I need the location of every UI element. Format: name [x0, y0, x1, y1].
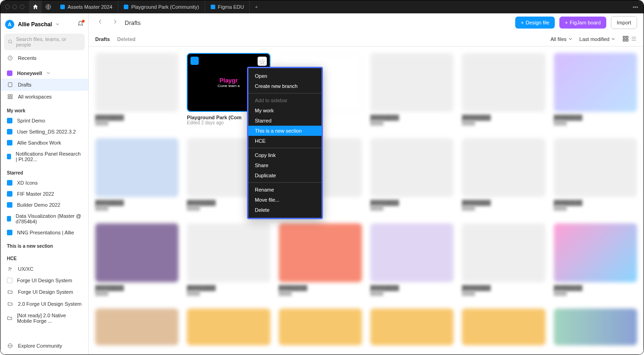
chevron-down-icon — [46, 71, 50, 75]
sidebar-item[interactable]: Data Visualization (Master @ d7854b4) — [0, 210, 88, 227]
svg-point-11 — [9, 268, 10, 269]
search-input[interactable]: Search files, teams, or people — [4, 34, 85, 50]
sidebar-label: Honeywell — [17, 70, 42, 76]
new-tab-button[interactable]: + — [250, 0, 263, 13]
sidebar-item[interactable]: 2.0 Forge UI Design System — [0, 298, 88, 310]
sidebar-item[interactable]: UX/XC — [0, 263, 88, 275]
sidebar-label: Forge UI Design System — [18, 289, 73, 295]
sidebar-item[interactable]: Forge UI Design System — [0, 275, 88, 286]
import-button[interactable]: Import — [611, 16, 637, 29]
sidebar-item[interactable]: [Not ready] 2.0 Native Mobile Forge ... — [0, 310, 88, 326]
section-new: This is a new section — [0, 238, 88, 250]
sidebar-label: All workspaces — [18, 94, 52, 99]
svg-rect-10 — [11, 97, 12, 99]
file-grid: ████████████ ☆ Playgr Come learn a Playg… — [89, 47, 644, 355]
tab-deleted[interactable]: Deleted — [117, 36, 136, 42]
drafts-icon — [7, 81, 13, 88]
user-menu[interactable]: A Allie Paschal — [0, 17, 88, 32]
community-tab[interactable] — [42, 0, 55, 13]
new-figjam-button[interactable]: +FigJam board — [559, 17, 606, 29]
section-hce: HCE — [0, 250, 88, 263]
context-menu: Open Create new branch Add to sidebar My… — [247, 67, 323, 219]
sidebar-item[interactable]: NNG Presentations | Allie — [0, 227, 88, 238]
svg-rect-7 — [8, 95, 10, 97]
menu-delete[interactable]: Delete — [248, 205, 322, 215]
home-tab[interactable] — [29, 0, 42, 13]
sidebar-recents[interactable]: Recents — [0, 52, 88, 64]
svg-point-12 — [11, 268, 12, 269]
sidebar-item[interactable]: FIF Master 2022 — [0, 188, 88, 199]
filter-label: All files — [551, 36, 567, 42]
sidebar-item[interactable]: User Setting_DS 2022.3.2 — [0, 126, 88, 137]
sidebar-item[interactable]: Allie Sandbox Work — [0, 137, 88, 148]
sidebar-item[interactable]: Builder Demo 2022 — [0, 199, 88, 210]
sidebar-drafts[interactable]: Drafts — [0, 79, 88, 91]
svg-rect-6 — [8, 83, 12, 87]
button-label: Design file — [526, 20, 549, 25]
menu-starred[interactable]: Starred — [248, 116, 322, 126]
sidebar-org[interactable]: Honeywell — [0, 68, 88, 79]
sidebar-item[interactable]: XD Icons — [0, 177, 88, 188]
filter-label: Last modified — [580, 36, 610, 42]
menu-new-section[interactable]: This is a new section — [248, 126, 322, 136]
chevron-down-icon — [56, 23, 59, 26]
favorite-button[interactable]: ☆ — [258, 57, 267, 66]
explore-community[interactable]: Explore Community — [0, 340, 88, 352]
list-view-button[interactable] — [631, 35, 637, 43]
sidebar-label: XD Icons — [17, 180, 38, 186]
tab-playground-park[interactable]: Playground Park (Community) — [118, 0, 205, 13]
menu-hce[interactable]: HCE — [248, 136, 322, 146]
home-icon — [32, 4, 39, 10]
sidebar-label: 2.0 Forge UI Design System — [18, 301, 81, 307]
thumb-subtitle: Come learn a — [218, 84, 240, 88]
file-icon — [7, 118, 12, 123]
plus-icon: + — [521, 20, 523, 25]
file-icon — [7, 140, 12, 145]
sidebar-item[interactable]: Forge UI Design System — [0, 286, 88, 298]
menu-copy-link[interactable]: Copy link — [248, 150, 322, 160]
sidebar-label: Explore Community — [18, 343, 62, 349]
nav-back[interactable] — [95, 17, 105, 29]
menu-rename[interactable]: Rename — [248, 185, 322, 195]
sidebar-item[interactable]: Notifications Panel Research | PI.202... — [0, 148, 88, 165]
chevron-down-icon — [611, 37, 615, 41]
tab-figma-edu[interactable]: Figma EDU — [205, 0, 250, 13]
header: Drafts +Design file +FigJam board Import — [89, 13, 644, 32]
sidebar-label: Drafts — [18, 82, 31, 87]
globe-icon — [45, 4, 52, 10]
project-icon — [7, 278, 12, 283]
list-icon — [631, 35, 637, 42]
folder-icon — [7, 289, 13, 295]
maximize-window[interactable] — [20, 5, 24, 9]
sidebar-label: Builder Demo 2022 — [17, 202, 60, 208]
menu-share[interactable]: Share — [248, 160, 322, 170]
filter-sort[interactable]: Last modified — [580, 36, 615, 42]
app-menu-button[interactable]: ••• — [627, 4, 644, 10]
menu-duplicate[interactable]: Duplicate — [248, 170, 322, 180]
button-label: FigJam board — [570, 20, 601, 25]
grid-view-button[interactable] — [622, 35, 629, 43]
tab-assets-master[interactable]: Assets Master 2024 — [55, 0, 118, 13]
search-icon — [8, 39, 13, 45]
menu-create-branch[interactable]: Create new branch — [248, 81, 322, 91]
close-window[interactable] — [5, 5, 10, 9]
notifications-button[interactable] — [77, 21, 84, 28]
sidebar-workspaces[interactable]: All workspaces — [0, 91, 88, 103]
menu-mywork[interactable]: My work — [248, 105, 322, 116]
folder-icon — [7, 301, 13, 307]
sidebar-label: [Not ready] 2.0 Native Mobile Forge ... — [17, 313, 82, 324]
tab-label: Playground Park (Community) — [131, 4, 199, 10]
tab-drafts[interactable]: Drafts — [95, 36, 110, 42]
globe-icon — [7, 343, 13, 349]
menu-add-sidebar-header: Add to sidebar — [248, 95, 322, 105]
menu-move[interactable]: Move file... — [248, 195, 322, 205]
username: Allie Paschal — [18, 21, 52, 28]
new-design-button[interactable]: +Design file — [515, 17, 555, 29]
nav-forward[interactable] — [110, 17, 120, 29]
minimize-window[interactable] — [12, 5, 17, 9]
menu-open[interactable]: Open — [248, 71, 322, 81]
svg-rect-15 — [626, 36, 628, 38]
avatar: A — [5, 20, 14, 29]
sidebar-item[interactable]: Sprint Demo — [0, 115, 88, 126]
filter-files[interactable]: All files — [551, 36, 572, 42]
